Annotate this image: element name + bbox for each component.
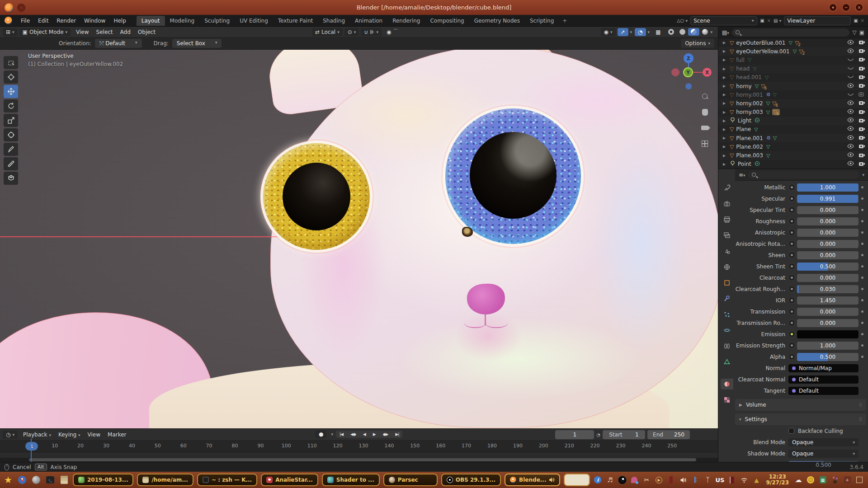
menu-window[interactable]: Window [80, 16, 109, 25]
properties-tab-scene[interactable] [721, 246, 733, 257]
backface-culling-checkbox[interactable] [788, 428, 794, 434]
decorator-dot[interactable] [861, 356, 863, 358]
object-name[interactable]: Light [738, 117, 751, 124]
object-name[interactable]: horny.001 [736, 92, 763, 98]
outliner-item-full[interactable]: ▶▽ full ▽ [718, 56, 868, 64]
taskbar-window-2019-08-13[interactable]: 2019-08-13... [73, 474, 133, 486]
hide-render-camera-icon[interactable] [859, 66, 865, 72]
hide-viewport-eye-icon[interactable] [847, 40, 854, 46]
tray-info-icon[interactable]: i [594, 476, 602, 484]
gizmo-z-ball[interactable]: Z [684, 53, 693, 63]
outliner-item-horny-002[interactable]: ▶▽ horny.002 ▽▽6 [718, 99, 868, 108]
animate-property-dot[interactable] [788, 297, 795, 304]
hide-render-camera-icon[interactable] [859, 161, 865, 168]
close-window-button[interactable]: × [855, 3, 863, 12]
decorator-dot[interactable] [861, 344, 863, 347]
animate-property-dot[interactable] [788, 229, 795, 236]
gizmo-x-ball[interactable]: X [703, 68, 712, 77]
taskbar-window-home-am[interactable]: /home/am... [137, 474, 193, 486]
pin-icon[interactable]: ⌖ [752, 18, 755, 23]
taskbar-window-blende[interactable]: Blende... [505, 474, 560, 486]
prop-slider-metallic[interactable]: 1.000 [797, 183, 859, 192]
model-eye-blue[interactable] [445, 108, 581, 244]
animate-property-dot[interactable] [788, 240, 795, 247]
hide-render-camera-icon[interactable] [859, 117, 865, 124]
properties-tab-tool[interactable] [721, 183, 733, 193]
properties-tab-world[interactable] [721, 262, 733, 272]
shade-window-button[interactable]: ▾ [829, 3, 837, 12]
expand-arrow-icon[interactable]: ▶ [723, 119, 727, 123]
animate-property-dot[interactable] [788, 184, 795, 191]
tray-picker-icon[interactable] [630, 476, 638, 484]
properties-editor-type-button[interactable]: ≡▾ [739, 172, 745, 178]
tray-keyboard-icon[interactable]: US [716, 476, 724, 484]
decorator-dot[interactable] [861, 265, 863, 267]
properties-tab-output[interactable] [721, 214, 733, 225]
shading-material-button[interactable] [688, 28, 699, 36]
animate-property-dot[interactable] [788, 252, 795, 258]
hide-render-camera-icon[interactable] [859, 83, 865, 89]
timeline-menu-keying[interactable]: Keying ▾ [55, 431, 84, 439]
tool-cursor[interactable] [4, 70, 18, 84]
properties-tab-object[interactable] [721, 277, 733, 288]
tray-obs-icon[interactable] [618, 476, 626, 484]
tab-scripting[interactable]: Scripting [525, 16, 559, 26]
outliner-item-plane-003[interactable]: ▶▽ Plane.003 ▽ [718, 151, 868, 160]
viewport-menu-select[interactable]: Select [93, 28, 117, 36]
expand-arrow-icon[interactable]: ▶ [723, 101, 727, 105]
outliner-item-light[interactable]: ▶ Light [718, 117, 868, 125]
mode-selector[interactable]: ▣ Object Mode▾ [19, 28, 71, 36]
tool-transform[interactable] [4, 128, 18, 141]
camera-view-icon[interactable] [700, 123, 710, 133]
object-name[interactable]: horny [736, 83, 751, 89]
decorator-dot[interactable] [861, 310, 863, 313]
prop-slider-specular-tint[interactable]: 0.000 [797, 206, 859, 214]
outliner-item-eyeouteryellow-001[interactable]: ▶▽ eyeOuterYellow.001 ▽▽2 [718, 47, 868, 56]
visibility-dropdown[interactable]: ◉▾ [601, 28, 616, 36]
decorator-dot[interactable] [861, 197, 863, 200]
prop-slider-clearcoat-rough[interactable]: 0.030 [797, 285, 859, 293]
menu-render[interactable]: Render [52, 16, 80, 25]
auto-keying-record-button[interactable]: ● [316, 430, 326, 438]
properties-tab-material[interactable] [721, 379, 733, 389]
blend-mode-dropdown[interactable]: Opaque▾ [788, 438, 859, 446]
drag-dropdown[interactable]: Select Box▾ [172, 39, 222, 48]
expand-arrow-icon[interactable]: ▶ [723, 110, 727, 114]
expand-arrow-icon[interactable]: ▶ [723, 67, 727, 71]
prev-keyframe-button[interactable]: ◀◆ [347, 431, 359, 438]
tray-play-icon[interactable]: ▶ [655, 476, 663, 484]
shadow-mode-dropdown[interactable]: Opaque▾ [788, 450, 859, 458]
properties-options-icon[interactable]: ▾ [862, 173, 864, 177]
outliner-item-plane[interactable]: ▶▽ Plane ▽ [718, 125, 868, 134]
launcher-media-v[interactable]: V [17, 474, 28, 485]
filter-funnel-icon[interactable]: ▽ [852, 29, 856, 36]
tray-bluetooth-icon[interactable]: ᛒ [691, 476, 699, 484]
timeline-editor-type-button[interactable]: ◷▾ [3, 431, 18, 439]
hide-viewport-eye-icon[interactable] [847, 66, 854, 72]
launcher-file-manager[interactable] [59, 474, 70, 485]
properties-tab-modifiers[interactable] [721, 293, 733, 304]
menu-help[interactable]: Help [109, 16, 130, 25]
hide-viewport-eye-icon[interactable] [847, 100, 854, 107]
xray-toggle[interactable]: ▩ [652, 28, 664, 36]
properties-tab-data[interactable] [721, 357, 733, 367]
hide-viewport-eye-icon[interactable] [847, 109, 854, 115]
tool-measure[interactable] [4, 157, 18, 170]
object-name[interactable]: horny.002 [736, 100, 763, 107]
hide-render-camera-icon[interactable] [859, 100, 865, 107]
zoom-view-icon[interactable] [700, 91, 710, 101]
expand-arrow-icon[interactable]: ▶ [723, 84, 727, 88]
jump-to-end-button[interactable]: ▶| [392, 431, 403, 438]
expand-arrow-icon[interactable]: ▶ [723, 136, 727, 140]
decorator-dot[interactable] [861, 231, 863, 234]
properties-tab-texture[interactable] [721, 394, 733, 405]
taskbar-window-analiestar[interactable]: AnalieStar... [261, 474, 318, 486]
tool-select-box[interactable] [4, 56, 18, 69]
tray-calculator-icon[interactable]: ▦ [819, 476, 827, 484]
expand-arrow-icon[interactable]: ▶ [723, 58, 727, 62]
tab-geometry-nodes[interactable]: Geometry Nodes [469, 16, 525, 26]
prop-slider-clearcoat[interactable]: 0.000 [797, 274, 859, 282]
shading-rendered-button[interactable]: ▾ [699, 28, 715, 36]
outliner-item-horny[interactable]: ▶▽ horny ▽▽6 [718, 82, 868, 90]
hide-render-camera-icon[interactable] [859, 109, 865, 116]
